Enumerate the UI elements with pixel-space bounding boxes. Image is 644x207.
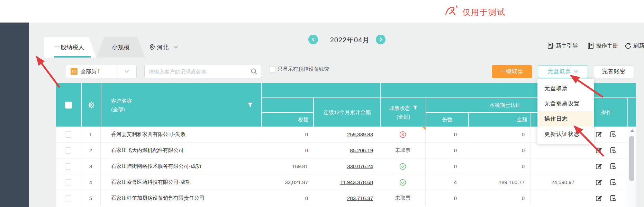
certified-amount: 0 [468, 143, 530, 158]
employee-value: 全部员工 [81, 68, 117, 75]
chevron-down-icon [574, 70, 578, 73]
complete-credentials-button[interactable]: 完善账密 [594, 65, 634, 78]
header-blank-group [262, 83, 380, 97]
test-watermark: 仅用于测试 [462, 7, 506, 18]
log-search-icon[interactable] [610, 179, 616, 186]
certified-group-label: 本税期已认证 [490, 102, 521, 109]
header-blank-cell [262, 98, 313, 112]
row-checkbox[interactable] [65, 147, 71, 154]
copies-header-label: 份数 [442, 117, 453, 123]
tab-general-taxpayer[interactable]: 一般纳税人 [44, 37, 96, 58]
beginner-guide-link[interactable]: 新手引导 [547, 42, 578, 50]
table-scrollbar-thumb[interactable] [629, 136, 634, 181]
edit-icon[interactable] [596, 147, 602, 154]
row-checkbox[interactable] [65, 163, 71, 170]
header-amount[interactable]: 金额 [469, 113, 530, 127]
ticket-status [380, 158, 426, 174]
tax-device-checkbox[interactable] [269, 66, 275, 72]
row-index: 2 [81, 143, 101, 158]
chevron-right-icon [379, 37, 383, 42]
log-search-icon[interactable] [610, 195, 616, 202]
row-checkbox[interactable] [65, 131, 71, 138]
cumulative-amount-link[interactable]: 11,943,378.68 [340, 179, 373, 185]
table-row: 3 石家庄陆街网络技术服务有限公司-成功 169.81 330,076.24 0… [56, 158, 636, 174]
scroll-up-arrow[interactable] [630, 129, 634, 132]
header-tax[interactable]: 税额 [262, 113, 313, 127]
row-select-cell [56, 190, 81, 206]
tax-amount: 0 [261, 127, 313, 142]
certified-copies: 0 [426, 190, 468, 206]
diskless-fetch-button[interactable]: 无盘取票 [538, 65, 588, 78]
filter-corner-marker [422, 127, 426, 130]
certified-amount: 0 [468, 190, 530, 206]
diskless-fetch-label: 无盘取票 [548, 68, 571, 75]
row-select-cell [56, 158, 81, 174]
menu-item[interactable]: 操作日志 [537, 111, 594, 127]
row-index: 4 [81, 174, 101, 190]
header-cumulative[interactable]: 连续12个月累计金额 [314, 98, 380, 127]
customer-search [144, 65, 261, 78]
prev-month-button[interactable] [308, 35, 318, 44]
log-search-icon[interactable] [610, 163, 616, 170]
cumulative-amount-link[interactable]: 85,206.19 [350, 147, 373, 153]
guide-label: 新手引导 [556, 42, 578, 50]
manual-link[interactable]: 操作手册 [588, 42, 618, 50]
customer-header-label: 客户名称 [111, 96, 132, 105]
gear-icon[interactable] [88, 101, 95, 109]
row-select-cell [56, 143, 81, 158]
tab-label: 一般纳税人 [55, 43, 84, 51]
filter-funnel-icon[interactable] [413, 105, 418, 110]
row-checkbox[interactable] [65, 179, 71, 186]
status-header-label: 取票状态 [389, 105, 410, 111]
cumulative-amount-link[interactable]: 259,339.83 [347, 131, 373, 137]
cumulative-cell: 259,339.83 [313, 127, 380, 142]
next-month-button[interactable] [376, 35, 386, 44]
annotation-arrow-smart-fetch [37, 57, 60, 87]
edit-icon[interactable] [596, 131, 602, 138]
edit-icon[interactable] [596, 163, 602, 170]
menu-item[interactable]: 更新认证状态 [537, 127, 594, 142]
log-search-icon[interactable] [610, 147, 616, 154]
search-icon[interactable] [247, 65, 261, 78]
tab-label: 小规模 [112, 43, 130, 51]
filter-funnel-icon[interactable] [247, 102, 253, 107]
tab-small-scale[interactable]: 小规模 [97, 37, 145, 58]
tax-amount: 0 [261, 143, 313, 158]
menu-item[interactable]: 无盘取票设置 [537, 96, 594, 111]
table-row: 4 石家庄索誉医药科技有限公司-成功 33,821.87 11,943,378.… [56, 174, 636, 190]
certified-copies: 0 [426, 127, 468, 142]
chevron-down-icon [173, 45, 179, 49]
certified-copies: 4 [426, 174, 468, 190]
certified-copies: 0 [426, 158, 468, 174]
top-bar [0, 0, 644, 23]
log-search-icon[interactable] [610, 131, 616, 138]
status-header-line: 取票状态 [389, 104, 417, 112]
actions-header-label: 操作 [601, 109, 611, 116]
one-click-fetch-button[interactable]: 一键取票 [492, 65, 532, 78]
table-row: 5 石家庄桂笛加厨房设备销售有限责任公司 0 283,716.37 未取票 0 … [56, 190, 636, 206]
chevron-down-icon[interactable] [117, 70, 136, 73]
diskless-menu: 无盘取票无盘取票设置操作日志更新认证状态 [537, 79, 594, 144]
location-pin-icon [149, 44, 155, 51]
header-copies[interactable]: 份数 [426, 113, 468, 127]
row-select-cell [56, 127, 81, 142]
select-all-checkbox[interactable] [65, 102, 72, 109]
employee-select[interactable]: 组 全部员工 [66, 65, 137, 78]
edit-icon[interactable] [596, 179, 602, 186]
edit-icon[interactable] [596, 195, 602, 201]
region-selector[interactable]: 河北 [149, 42, 179, 52]
extra-amount [530, 190, 584, 206]
customer-name: 石家庄飞天内燃机配件有限公司 [101, 143, 261, 158]
search-input[interactable] [145, 69, 247, 75]
refresh-link[interactable]: 刷新 [625, 42, 644, 50]
cumulative-amount-link[interactable]: 330,076.24 [347, 163, 373, 169]
row-checkbox[interactable] [65, 195, 71, 201]
group-badge: 组 [71, 68, 78, 75]
extra-amount [530, 143, 584, 158]
column-settings-cell [82, 83, 101, 127]
tax-header-label: 税额 [298, 117, 308, 123]
cumulative-amount-link[interactable]: 283,716.37 [347, 195, 373, 201]
menu-item[interactable]: 无盘取票 [537, 81, 594, 96]
row-index: 1 [81, 127, 101, 142]
region-label: 河北 [157, 43, 169, 51]
